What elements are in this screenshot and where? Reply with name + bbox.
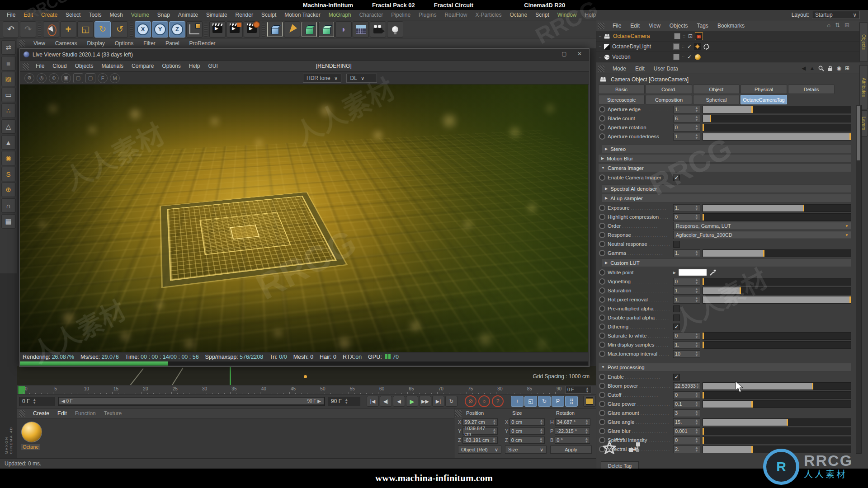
param-value-field[interactable]: 1.▲▼	[673, 341, 700, 349]
add-instance-button[interactable]	[318, 21, 335, 38]
axis-mode-button[interactable]: ⊕	[1, 183, 16, 197]
model-mode-button[interactable]: ■	[1, 56, 16, 70]
animation-dot-icon[interactable]	[599, 269, 605, 276]
prev-frame-button[interactable]: ◀	[393, 396, 405, 407]
add-camera-button[interactable]	[370, 21, 386, 38]
record-key-button[interactable]: ⊘	[465, 395, 476, 407]
make-editable-button[interactable]: ⇄	[1, 40, 16, 55]
maximize-button[interactable]: ▢	[557, 51, 571, 59]
slider-marker[interactable]	[703, 278, 704, 285]
stepper-icon[interactable]: ▲▼	[695, 333, 698, 339]
stepper-icon[interactable]: ▲▼	[344, 398, 348, 404]
menu-item-help[interactable]: Help	[581, 12, 600, 18]
param-slider[interactable]	[703, 249, 851, 257]
animation-dot-icon[interactable]	[599, 232, 605, 238]
lv-menu-materials[interactable]: Materials	[97, 63, 127, 69]
lv-menu-gui[interactable]: GUI	[204, 63, 222, 69]
add-environment-button[interactable]	[353, 21, 369, 38]
animation-dot-icon[interactable]	[599, 410, 605, 416]
tab-coord[interactable]: Coord.	[646, 84, 692, 94]
animation-dot-icon[interactable]	[599, 174, 605, 181]
animation-dot-icon[interactable]	[599, 250, 605, 256]
param-slider[interactable]	[703, 204, 851, 212]
current-frame-field[interactable]: 0 F▲▼	[19, 397, 55, 406]
stepper-icon[interactable]: ▲▼	[695, 392, 698, 398]
play-button[interactable]: ▶	[406, 396, 418, 407]
om-menu-file[interactable]: File	[608, 23, 626, 29]
lv-lock-icon[interactable]: ◎	[37, 73, 47, 83]
param-value-field[interactable]: 0.001▲▼	[673, 427, 700, 435]
tab-details[interactable]: Details	[788, 84, 835, 94]
panel-grip-icon[interactable]	[23, 63, 29, 70]
size-mode-dropdown[interactable]: Size∨	[505, 446, 547, 454]
autokey-button[interactable]: ○	[478, 395, 490, 407]
layer-color-chip[interactable]	[673, 54, 679, 60]
stepper-icon[interactable]: ▲▼	[492, 428, 496, 434]
layer-color-chip[interactable]	[674, 33, 680, 39]
live-selection-tool[interactable]	[43, 21, 59, 38]
animation-dot-icon[interactable]	[599, 333, 605, 339]
param-slider[interactable]	[703, 341, 851, 349]
workplane-mode-button[interactable]: ▭	[1, 88, 16, 102]
slider-marker[interactable]	[849, 133, 851, 140]
animation-dot-icon[interactable]	[599, 324, 605, 330]
param-value-field[interactable]: 6.▲▼	[673, 115, 700, 122]
kf-parameter-toggle[interactable]: P	[552, 396, 564, 407]
stepper-icon[interactable]: ▲▼	[695, 106, 698, 113]
panel-grip-icon[interactable]	[598, 66, 604, 72]
live-viewer-title-bar[interactable]: Live Viewer Studio 2020.1.4 (33 days lef…	[20, 49, 589, 61]
menu-item-snap[interactable]: Snap	[153, 12, 174, 18]
lock-icon[interactable]	[828, 66, 833, 71]
group-camera-imager[interactable]: ▼Camera Imager	[598, 164, 851, 172]
add-cube-object-button[interactable]	[267, 21, 283, 38]
coord-field-rotation-b[interactable]: 0 °▲▼	[555, 436, 590, 444]
group-custom-lut[interactable]: ▶Custom LUT	[602, 258, 851, 267]
param-slider[interactable]	[703, 427, 851, 435]
animation-dot-icon[interactable]	[599, 223, 605, 229]
slider-marker[interactable]	[703, 124, 704, 131]
close-button[interactable]: ✕	[573, 51, 586, 59]
lv-region-icon[interactable]: ▣	[61, 73, 71, 83]
visibility-dots-icon[interactable]: ::	[682, 44, 685, 49]
lv-menu-file[interactable]: File	[32, 63, 48, 69]
add-spline-pen-button[interactable]	[284, 21, 300, 38]
param-checkbox-neutral-response[interactable]	[673, 241, 680, 248]
scale-tool[interactable]: ◱	[77, 21, 94, 38]
slider-marker[interactable]	[703, 342, 704, 348]
tab-spherical[interactable]: Spherical	[693, 95, 740, 104]
menu-item-render[interactable]: Render	[231, 12, 257, 18]
object-row-vectron[interactable]: –Vectron::✓	[596, 52, 860, 62]
animation-dot-icon[interactable]	[599, 401, 605, 407]
animation-dot-icon[interactable]	[599, 296, 605, 303]
lv-pick-object-icon[interactable]: ▢	[85, 73, 95, 83]
apply-button[interactable]: Apply	[550, 446, 592, 454]
dl-dropdown[interactable]: DL∨	[346, 74, 377, 83]
animation-dot-icon[interactable]	[599, 392, 605, 398]
stepper-icon[interactable]: ▲▼	[695, 296, 698, 303]
param-checkbox-disable-partial-alpha[interactable]	[673, 314, 680, 321]
timeline-frame-field[interactable]: 0 F▲▼	[565, 386, 591, 394]
animation-dot-icon[interactable]	[599, 305, 605, 312]
om-corner-icon[interactable]: ⊞	[844, 22, 849, 28]
attribute-scrollbar[interactable]	[856, 105, 862, 454]
stepper-icon[interactable]: ▲▼	[492, 419, 496, 425]
animation-dot-icon[interactable]	[599, 124, 605, 131]
param-value-field[interactable]: 3▲▼	[673, 409, 700, 417]
param-value-field[interactable]: 0.1▲▼	[673, 400, 700, 408]
animation-dot-icon[interactable]	[599, 205, 605, 211]
white-point-swatch[interactable]	[678, 269, 707, 276]
om-corner-icon[interactable]: ⌂	[827, 22, 830, 28]
lv-film-mode-icon[interactable]: F	[98, 73, 108, 83]
slider-marker[interactable]	[751, 401, 753, 408]
menu-item-select[interactable]: Select	[61, 12, 85, 18]
animation-dot-icon[interactable]	[599, 133, 605, 140]
param-value-field[interactable]: 15.▲▼	[673, 418, 700, 426]
slider-marker[interactable]	[703, 428, 704, 435]
coord-field-size-y[interactable]: 0 cm▲▼	[509, 427, 545, 435]
render-view-button[interactable]	[209, 21, 226, 38]
add-light-button[interactable]	[387, 21, 403, 38]
param-checkbox-enable-camera-imager[interactable]: ✓	[673, 174, 680, 181]
viewport-menu-display[interactable]: Display	[82, 40, 109, 47]
stepper-icon[interactable]: ▲▼	[695, 287, 698, 294]
param-checkbox-dithering[interactable]: ✓	[673, 324, 680, 330]
